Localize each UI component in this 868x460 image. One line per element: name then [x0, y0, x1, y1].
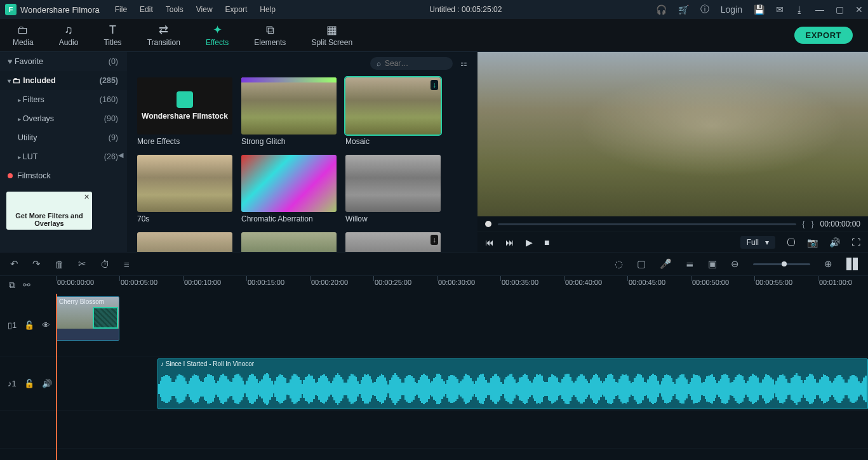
cart-icon[interactable]: 🛒 [678, 4, 689, 15]
effect-chromatic-aberration[interactable]: Chromatic Aberration [241, 155, 337, 223]
effect-item[interactable] [137, 232, 232, 252]
voiceover-icon[interactable]: 🎤 [660, 258, 672, 270]
redo-icon[interactable]: ↷ [32, 258, 41, 270]
menu-edit[interactable]: Edit [140, 5, 153, 14]
effect-item[interactable] [345, 232, 441, 252]
search-input[interactable]: ⌕ [370, 57, 453, 70]
menu-help[interactable]: Help [260, 5, 276, 14]
preview-viewport[interactable] [477, 52, 868, 216]
tab-media[interactable]: 🗀Media [9, 22, 37, 49]
crop-icon[interactable]: ▣ [708, 258, 717, 270]
effect-strong-glitch[interactable]: Strong Glitch [241, 77, 337, 146]
effect-more-effects[interactable]: Wondershare Filmstock More Effects [137, 77, 232, 146]
preview-seekbar: { } 00:00:00:00 [477, 216, 868, 232]
color-icon[interactable]: ◌ [615, 258, 623, 270]
zoom-out-icon[interactable]: ⊖ [731, 258, 739, 270]
video-track[interactable]: ▯1 🔓 👁 Cherry Blossom [0, 294, 868, 357]
video-clip[interactable]: Cherry Blossom [56, 296, 119, 341]
zoom-in-icon[interactable]: ⊕ [824, 258, 832, 270]
sidebar-filters[interactable]: Filters(160) [0, 90, 127, 109]
seek-track[interactable] [498, 223, 796, 225]
fullscreen-icon[interactable]: ⛶ [851, 237, 860, 247]
sidebar-overlays[interactable]: Overlays(90) [0, 109, 127, 128]
tab-transition[interactable]: ⇄Transition [144, 22, 184, 49]
snapshot-icon[interactable]: 📷 [807, 237, 818, 247]
eye-icon[interactable]: 👁 [42, 320, 50, 330]
sidebar-filmstock[interactable]: Filmstock [0, 166, 127, 185]
speed-icon[interactable]: ⏱ [100, 259, 110, 270]
undo-icon[interactable]: ↶ [10, 258, 18, 270]
step-back-icon[interactable]: ⏮ [485, 237, 494, 247]
speaker-icon[interactable]: 🔊 [42, 379, 52, 388]
settings-icon[interactable]: ≡ [124, 259, 130, 270]
project-title: Untitled : 00:05:25:02 [279, 5, 652, 14]
empty-track[interactable] [0, 411, 868, 449]
effect-item[interactable] [241, 232, 337, 252]
playhead-line[interactable] [56, 294, 57, 460]
tab-elements[interactable]: ⧉Elements [250, 22, 290, 49]
seek-handle[interactable] [485, 221, 491, 227]
menu-view[interactable]: View [196, 5, 213, 14]
promo-banner[interactable]: ✕Get More Filters and Overlays [6, 192, 92, 230]
save-icon[interactable]: 💾 [754, 4, 765, 15]
mixer-icon[interactable]: ≣ [686, 258, 694, 270]
export-button[interactable]: EXPORT [794, 27, 853, 44]
effect-70s[interactable]: 70s [137, 155, 232, 223]
sidebar-favorite[interactable]: Favorite(0) [0, 52, 127, 71]
window-maximize-icon[interactable]: ▢ [836, 4, 844, 15]
effect-mosaic[interactable]: Mosaic [345, 77, 441, 146]
green-screen-icon[interactable]: ▢ [637, 258, 646, 270]
tab-audio[interactable]: ♫Audio [55, 22, 83, 49]
cut-icon[interactable]: ✂ [78, 258, 86, 270]
title-bar: F Wondershare Filmora File Edit Tools Vi… [0, 0, 868, 19]
info-icon[interactable]: ⓘ [700, 4, 709, 15]
applied-effect-badge[interactable] [94, 308, 117, 327]
menu-file[interactable]: File [115, 5, 127, 14]
link-icon[interactable]: ⚯ [23, 280, 30, 290]
mark-in-icon[interactable]: { [803, 220, 805, 228]
delete-icon[interactable]: 🗑 [55, 259, 64, 270]
tab-split-screen[interactable]: ▦Split Screen [307, 22, 356, 49]
mark-out-icon[interactable]: } [811, 220, 814, 228]
split-icon: ▦ [326, 24, 337, 36]
sidebar-included[interactable]: 🗀 Included(285) [0, 71, 127, 90]
headphones-icon[interactable]: 🎧 [656, 4, 667, 15]
sidebar-collapse-icon[interactable]: ◀ [118, 151, 123, 159]
audio-clip[interactable]: ♪ Since I Started - Roll In Vinocor [157, 358, 868, 409]
step-forward-icon[interactable]: ⏭ [505, 237, 514, 247]
stop-icon[interactable]: ■ [544, 237, 549, 247]
window-close-icon[interactable]: ✕ [855, 4, 863, 15]
lock-icon[interactable]: 🔓 [24, 379, 34, 388]
preview-size-select[interactable]: Full▾ [740, 236, 775, 249]
mail-icon[interactable]: ✉ [776, 4, 784, 15]
grid-view-icon[interactable]: ⚏ [460, 59, 467, 68]
tab-titles[interactable]: TTitles [100, 22, 125, 49]
effect-willow[interactable]: Willow [345, 155, 441, 223]
lock-icon[interactable]: 🔓 [24, 320, 34, 330]
timeline-ruler[interactable]: ⧉ ⚯ 00:00:00:0000:00:05:0000:00:10:0000:… [0, 276, 868, 294]
window-minimize-icon[interactable]: — [815, 4, 824, 15]
play-icon[interactable]: ▶ [526, 237, 533, 247]
track-height-toggle[interactable] [846, 258, 858, 270]
sidebar-utility[interactable]: Utility(9) [0, 128, 127, 147]
audio-track[interactable]: ♪1 🔓 🔊 ♪ Since I Started - Roll In Vinoc… [0, 357, 868, 411]
music-icon: ♫ [64, 24, 73, 36]
tab-effects[interactable]: ✦Effects [202, 22, 232, 49]
search-field[interactable] [385, 59, 442, 68]
elements-icon: ⧉ [266, 24, 274, 36]
close-icon[interactable]: ✕ [84, 193, 90, 201]
volume-icon[interactable]: 🔊 [829, 237, 840, 247]
menu-tools[interactable]: Tools [166, 5, 184, 14]
timeline-tracks: ▯1 🔓 👁 Cherry Blossom ♪1 🔓 🔊 ♪ Since I S… [0, 294, 868, 460]
download-icon[interactable]: ⭳ [795, 4, 804, 15]
display-icon[interactable]: 🖵 [787, 237, 796, 247]
zoom-slider[interactable] [753, 263, 810, 265]
sidebar-lut[interactable]: LUT(26) [0, 147, 127, 166]
pip-icon[interactable]: ⧉ [9, 280, 15, 291]
effects-sidebar: Favorite(0) 🗀 Included(285) Filters(160)… [0, 52, 127, 252]
track-label: ♪1 [8, 379, 17, 388]
folder-icon: 🗀 [17, 24, 29, 36]
menu-export[interactable]: Export [225, 5, 248, 14]
login-button[interactable]: Login [721, 4, 742, 15]
app-logo-icon: F [5, 4, 17, 15]
